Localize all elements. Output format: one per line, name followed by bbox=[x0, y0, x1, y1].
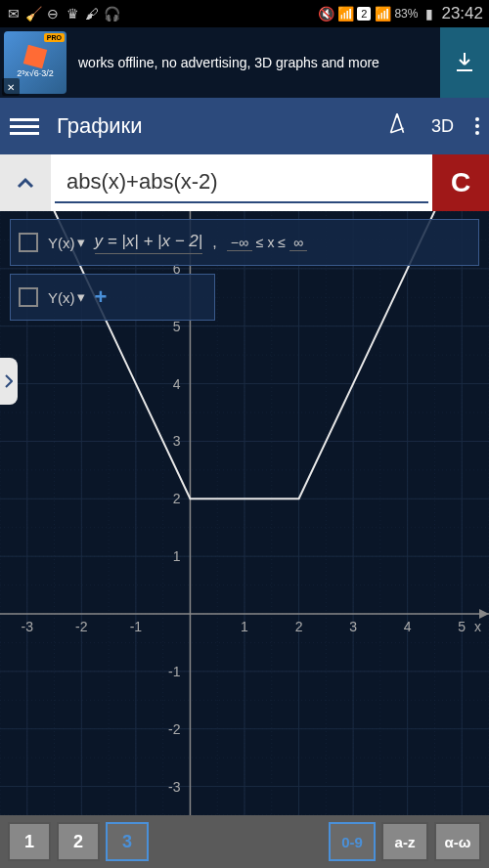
page-button-2[interactable]: 2 bbox=[57, 822, 100, 861]
formula-input-row: abs(x)+abs(x-2) C bbox=[0, 154, 489, 211]
keyboard-mode-α-ω[interactable]: α-ω bbox=[434, 822, 481, 861]
status-bar: ✉ 🧹 ⊖ ♛ 🖌 🎧 🔇 📶 2 📶 83% ▮ 23:42 bbox=[0, 0, 489, 27]
function-row-2[interactable]: Y(x) ▾ + bbox=[10, 274, 215, 321]
chevron-right-icon bbox=[5, 374, 13, 388]
3d-toggle[interactable]: 3D bbox=[431, 116, 454, 137]
function-formula[interactable]: y = |x| + |x − 2| bbox=[95, 232, 203, 254]
svg-text:-1: -1 bbox=[130, 619, 143, 634]
header-actions: 3D bbox=[384, 111, 479, 142]
ad-text: works offline, no advertising, 3D graphs… bbox=[70, 55, 440, 70]
svg-text:1: 1 bbox=[173, 548, 181, 564]
add-function-button[interactable]: + bbox=[95, 284, 108, 310]
page-button-1[interactable]: 1 bbox=[8, 822, 51, 861]
signal-icon: 📶 bbox=[375, 6, 390, 22]
svg-text:3: 3 bbox=[349, 619, 357, 634]
function-checkbox[interactable] bbox=[19, 287, 38, 307]
app-header: Графики 3D bbox=[0, 98, 489, 154]
function-type-dropdown[interactable]: Y(x) ▾ bbox=[48, 288, 85, 306]
battery-text: 83% bbox=[394, 7, 418, 21]
formula-input[interactable]: abs(x)+abs(x-2) bbox=[55, 162, 428, 203]
ad-close-button[interactable]: ✕ bbox=[2, 78, 20, 96]
brush-icon: 🖌 bbox=[84, 6, 100, 22]
chevron-down-icon: ▾ bbox=[77, 234, 85, 251]
function-list: Y(x) ▾ y = |x| + |x − 2| , −∞ ≤ x ≤ ∞ Y(… bbox=[10, 219, 479, 328]
clock-text: 23:42 bbox=[441, 4, 483, 23]
pro-badge: PRO bbox=[44, 33, 65, 42]
svg-text:4: 4 bbox=[173, 376, 181, 392]
svg-text:-2: -2 bbox=[168, 721, 181, 737]
wifi-icon: 📶 bbox=[337, 6, 353, 22]
svg-text:3: 3 bbox=[173, 433, 181, 449]
svg-text:2: 2 bbox=[173, 491, 181, 506]
svg-text:-1: -1 bbox=[168, 664, 181, 679]
graph-area[interactable]: -3-2-112345-3-2-1123456x Y(x) ▾ y = |x| … bbox=[0, 211, 489, 815]
chevron-up-icon bbox=[17, 177, 34, 189]
chevron-down-icon: ▾ bbox=[77, 288, 85, 306]
function-row-1[interactable]: Y(x) ▾ y = |x| + |x − 2| , −∞ ≤ x ≤ ∞ bbox=[10, 219, 479, 266]
function-range[interactable]: −∞ ≤ x ≤ ∞ bbox=[227, 235, 307, 251]
keyboard-mode-a-z[interactable]: a-z bbox=[381, 822, 428, 861]
ad-formula: 2³x√6·3/2 bbox=[17, 68, 53, 78]
keyboard-mode-0-9[interactable]: 0-9 bbox=[329, 822, 376, 861]
mail-icon: ✉ bbox=[6, 6, 22, 22]
cube-icon bbox=[23, 45, 47, 68]
download-button[interactable] bbox=[440, 27, 489, 98]
svg-text:-3: -3 bbox=[22, 619, 34, 634]
side-expand-button[interactable] bbox=[0, 358, 18, 405]
svg-text:4: 4 bbox=[404, 619, 412, 634]
crown-icon: ♛ bbox=[65, 6, 80, 22]
download-icon bbox=[453, 51, 476, 74]
sim-icon: 2 bbox=[357, 7, 371, 21]
svg-text:-3: -3 bbox=[168, 779, 181, 795]
function-checkbox[interactable] bbox=[19, 233, 38, 252]
comma: , bbox=[212, 234, 216, 251]
minus-icon: ⊖ bbox=[45, 6, 61, 22]
headphones-icon: 🎧 bbox=[104, 6, 119, 22]
status-left: ✉ 🧹 ⊖ ♛ 🖌 🎧 bbox=[6, 6, 119, 22]
function-type-dropdown[interactable]: Y(x) ▾ bbox=[48, 234, 85, 251]
mute-icon: 🔇 bbox=[318, 6, 333, 22]
page-button-3[interactable]: 3 bbox=[106, 822, 149, 861]
ad-banner[interactable]: PRO 2³x√6·3/2 works offline, no advertis… bbox=[0, 27, 489, 98]
svg-text:-2: -2 bbox=[75, 619, 88, 634]
compass-icon[interactable] bbox=[384, 111, 410, 142]
battery-icon: ▮ bbox=[422, 6, 437, 22]
status-right: 🔇 📶 2 📶 83% ▮ 23:42 bbox=[318, 4, 483, 23]
svg-text:1: 1 bbox=[241, 619, 248, 634]
collapse-button[interactable] bbox=[0, 154, 51, 211]
menu-button[interactable] bbox=[10, 118, 39, 135]
svg-text:x: x bbox=[474, 619, 481, 634]
cleaner-icon: 🧹 bbox=[25, 6, 41, 22]
bottom-toolbar: 123 0-9a-zα-ω bbox=[0, 815, 489, 868]
page-title: Графики bbox=[57, 113, 384, 139]
svg-text:2: 2 bbox=[295, 619, 303, 634]
more-menu-button[interactable] bbox=[475, 117, 479, 135]
svg-text:5: 5 bbox=[458, 619, 466, 634]
clear-button[interactable]: C bbox=[432, 154, 489, 211]
